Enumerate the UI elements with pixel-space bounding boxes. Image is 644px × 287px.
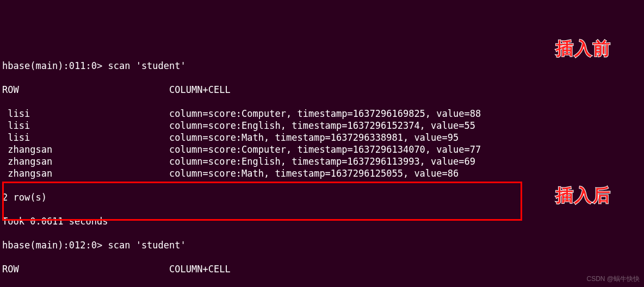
- scan2-header: ROW COLUMN+CELL: [2, 263, 642, 275]
- command-text: scan 'student': [108, 60, 185, 71]
- scan2-command-line: hbase(main):012:0> scan 'student': [2, 239, 642, 251]
- table-row: lisi column=score:Math, timestamp=163729…: [2, 132, 642, 144]
- scan1-rowcount: 2 row(s): [2, 191, 642, 203]
- table-row: zhangsan column=score:Math, timestamp=16…: [2, 167, 642, 179]
- scan1-took: Took 0.0611 seconds: [2, 215, 642, 227]
- table-row: lisi column=score:Computer, timestamp=16…: [2, 108, 642, 120]
- table-row: lisi column=score:English, timestamp=163…: [2, 120, 642, 132]
- command-text: scan 'student': [108, 240, 185, 251]
- scan1-command-line: hbase(main):011:0> scan 'student': [2, 60, 642, 72]
- watermark-text: CSDN @蜗牛快快: [586, 273, 640, 285]
- prompt-text: hbase(main):011:0>: [2, 60, 108, 71]
- table-row: zhangsan column=score:Computer, timestam…: [2, 144, 642, 155]
- table-row: zhangsan column=score:English, timestamp…: [2, 155, 642, 167]
- scan1-header: ROW COLUMN+CELL: [2, 84, 642, 96]
- annotation-before: 插入前: [556, 42, 611, 54]
- prompt-text: hbase(main):012:0>: [2, 240, 108, 251]
- annotation-after: 插入后: [556, 189, 611, 201]
- terminal-output: hbase(main):011:0> scan 'student' ROW CO…: [0, 48, 644, 287]
